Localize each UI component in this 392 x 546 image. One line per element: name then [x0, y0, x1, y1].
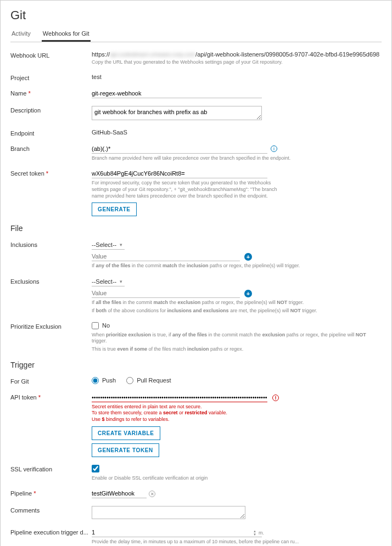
name-label: Name *: [10, 89, 92, 97]
exclusions-hint1: If all the files in the commit match the…: [92, 300, 382, 306]
prioritize-hint1: When prioritize exclusion is true, if an…: [92, 332, 382, 345]
secret-token-hint: For improved security, copy the secure t…: [92, 180, 278, 199]
add-exclusion-icon[interactable]: +: [244, 290, 252, 297]
prioritize-hint2: This is true even if some of the files m…: [92, 346, 382, 353]
for-git-label: For Git: [10, 377, 92, 385]
ssl-verification-label: SSL verification: [10, 465, 92, 472]
pipeline-delay-label: Pipeline execution trigger d...: [10, 528, 92, 536]
api-token-input[interactable]: [92, 393, 267, 402]
inclusions-select[interactable]: --Select--▾: [92, 240, 125, 250]
secret-token-input[interactable]: [92, 169, 267, 178]
chevron-down-icon: ▾: [120, 279, 122, 284]
clear-icon[interactable]: ✕: [149, 491, 155, 497]
exclusions-hint2: If both of the above conditions for incl…: [92, 308, 382, 314]
description-label: Description: [10, 106, 92, 114]
delay-hint: Provide the delay time, in minutes up to…: [92, 539, 382, 545]
prioritize-exclusion-checkbox[interactable]: No: [92, 322, 110, 329]
webhook-url-value: https://api.codestream.vmware.corp.com/a…: [92, 51, 382, 58]
project-label: Project: [10, 74, 92, 81]
warning-icon: !: [272, 395, 279, 401]
push-radio[interactable]: Push: [92, 377, 116, 384]
secret-token-label: Secret token *: [10, 169, 92, 177]
endpoint-value: GitHub-SaaS: [92, 129, 127, 136]
ssl-verification-checkbox[interactable]: [92, 465, 99, 472]
inclusions-value-input[interactable]: [92, 252, 240, 261]
webhook-url-hint: Copy the URL that you generated to the W…: [92, 59, 382, 66]
delay-suffix: m.: [259, 530, 264, 536]
pull-request-radio[interactable]: Pull Request: [126, 377, 171, 384]
webhook-url-label: Webhook URL: [10, 51, 92, 59]
endpoint-label: Endpoint: [10, 129, 92, 137]
prioritize-exclusion-label: Prioritize Exclusion: [10, 322, 92, 330]
pipeline-input[interactable]: [92, 489, 147, 498]
number-spinner[interactable]: ▲▼: [253, 530, 256, 536]
inclusions-label: Inclusions: [10, 240, 92, 248]
file-section-title: File: [10, 224, 382, 233]
api-token-warning: Secret entities entered in plain text ar…: [92, 404, 382, 423]
branch-hint: Branch name provided here will take prec…: [92, 155, 382, 162]
comments-textarea[interactable]: [92, 506, 245, 519]
name-input[interactable]: [92, 89, 262, 98]
tab-bar: Activity Webhooks for Git: [10, 27, 382, 42]
ssl-hint: Enable or Disable SSL certificate verifi…: [92, 475, 382, 482]
pipeline-label: Pipeline *: [10, 489, 92, 497]
exclusions-select[interactable]: --Select--▾: [92, 277, 125, 286]
trigger-section-title: Trigger: [10, 361, 382, 369]
add-inclusion-icon[interactable]: +: [244, 253, 252, 261]
description-textarea[interactable]: git webhook for branches with prefix as …: [92, 106, 262, 120]
info-icon[interactable]: i: [271, 145, 277, 152]
pipeline-delay-input[interactable]: [92, 528, 262, 537]
tab-webhooks[interactable]: Webhooks for Git: [42, 27, 91, 42]
exclusions-value-input[interactable]: [92, 289, 240, 298]
project-value: test: [92, 74, 102, 80]
branch-label: Branch: [10, 144, 92, 152]
generate-token-button[interactable]: GENERATE TOKEN: [92, 443, 159, 457]
page-title: Git: [10, 8, 382, 22]
api-token-label: API token *: [10, 393, 92, 401]
tab-activity[interactable]: Activity: [10, 27, 32, 42]
create-variable-button[interactable]: CREATE VARIABLE: [92, 426, 160, 440]
branch-input[interactable]: [92, 144, 267, 154]
inclusions-hint: If any of the files in the commit match …: [92, 263, 382, 269]
exclusions-label: Exclusions: [10, 277, 92, 285]
chevron-down-icon: ▾: [120, 242, 122, 247]
generate-secret-button[interactable]: GENERATE: [92, 202, 137, 216]
comments-label: Comments: [10, 506, 92, 514]
